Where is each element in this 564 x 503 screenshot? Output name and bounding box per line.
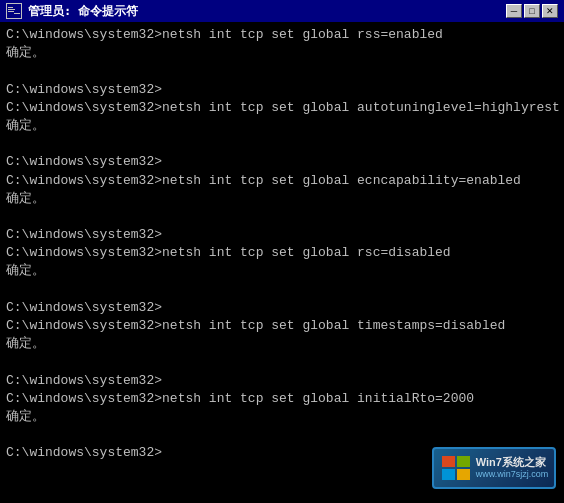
terminal-line: C:\windows\system32> bbox=[6, 81, 558, 99]
svg-rect-1 bbox=[8, 7, 13, 8]
terminal-line: 确定。 bbox=[6, 117, 558, 135]
terminal-line: 确定。 bbox=[6, 190, 558, 208]
terminal-line bbox=[6, 281, 558, 299]
terminal-line: C:\windows\system32>netsh int tcp set gl… bbox=[6, 317, 558, 335]
cmd-icon bbox=[6, 3, 22, 19]
terminal-line: 确定。 bbox=[6, 44, 558, 62]
terminal-line: C:\windows\system32> bbox=[6, 153, 558, 171]
window-title: 管理员: 命令提示符 bbox=[28, 3, 500, 20]
svg-rect-9 bbox=[457, 469, 470, 480]
cmd-window: 管理员: 命令提示符 ─ □ ✕ C:\windows\system32>net… bbox=[0, 0, 564, 503]
terminal-line: C:\windows\system32> bbox=[6, 372, 558, 390]
svg-rect-4 bbox=[14, 13, 20, 14]
terminal-line: 确定。 bbox=[6, 335, 558, 353]
terminal-line: 确定。 bbox=[6, 408, 558, 426]
terminal-line: C:\windows\system32>netsh int tcp set gl… bbox=[6, 172, 558, 190]
terminal-line bbox=[6, 353, 558, 371]
svg-rect-8 bbox=[442, 469, 455, 480]
title-bar: 管理员: 命令提示符 ─ □ ✕ bbox=[0, 0, 564, 22]
terminal-line bbox=[6, 426, 558, 444]
terminal-line bbox=[6, 135, 558, 153]
terminal-line bbox=[6, 62, 558, 80]
terminal-line: C:\windows\system32> bbox=[6, 226, 558, 244]
watermark-text: Win7系统之家 www.win7sjzj.com bbox=[476, 456, 549, 480]
svg-rect-3 bbox=[8, 11, 14, 12]
close-button[interactable]: ✕ bbox=[542, 4, 558, 18]
terminal-line: C:\windows\system32>netsh int tcp set gl… bbox=[6, 244, 558, 262]
watermark-logo bbox=[440, 452, 472, 484]
watermark-brand: Win7系统之家 bbox=[476, 456, 549, 469]
terminal-line: C:\windows\system32> bbox=[6, 299, 558, 317]
terminal-line: C:\windows\system32>netsh int tcp set gl… bbox=[6, 99, 558, 117]
terminal-line: C:\windows\system32>netsh int tcp set gl… bbox=[6, 26, 558, 44]
svg-rect-6 bbox=[442, 456, 455, 467]
terminal-line bbox=[6, 208, 558, 226]
svg-rect-2 bbox=[8, 9, 15, 10]
terminal-line: 确定。 bbox=[6, 262, 558, 280]
minimize-button[interactable]: ─ bbox=[506, 4, 522, 18]
watermark-site: www.win7sjzj.com bbox=[476, 469, 549, 480]
terminal-output[interactable]: C:\windows\system32>netsh int tcp set gl… bbox=[0, 22, 564, 503]
terminal-line: C:\windows\system32>netsh int tcp set gl… bbox=[6, 390, 558, 408]
window-controls: ─ □ ✕ bbox=[506, 4, 558, 18]
watermark: Win7系统之家 www.win7sjzj.com bbox=[434, 443, 554, 493]
svg-rect-7 bbox=[457, 456, 470, 467]
maximize-button[interactable]: □ bbox=[524, 4, 540, 18]
